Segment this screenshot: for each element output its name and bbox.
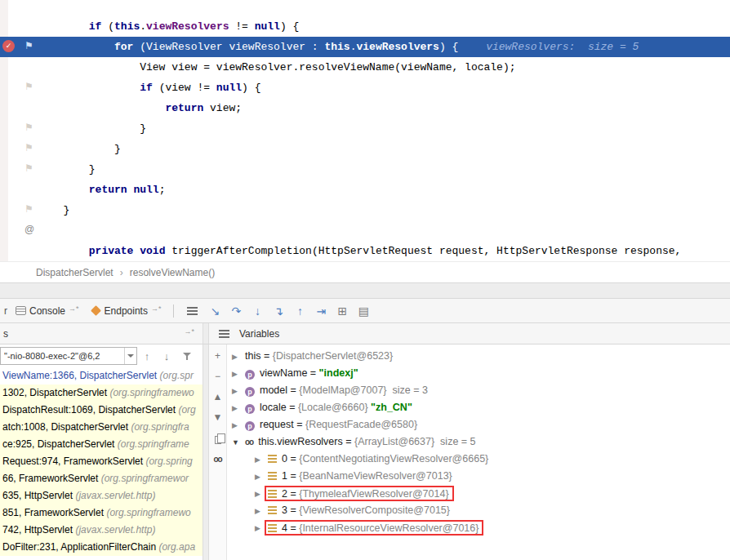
variables-header-label: Variables [239,328,279,340]
frames-panel-header: s →* [0,323,203,344]
breakpoint-icon[interactable]: ✓ [2,40,15,52]
add-watch-icon[interactable]: + [212,351,224,361]
variable-row[interactable]: ▶this = {DispatcherServlet@6523} [227,348,730,365]
previous-frame-icon[interactable]: ↑ [137,350,157,362]
frames-toolbar: "-nio-8080-exec-2"@6,2 ↑↓ [0,344,203,367]
code-line[interactable]: } [0,159,730,180]
code-line[interactable]: return view; [0,98,730,118]
frames-header-pin[interactable]: →* [184,327,194,336]
chevron-down-icon[interactable] [124,348,136,364]
stack-frame-row[interactable]: DispatchResult:1069, DispatcherServlet (… [0,402,203,419]
variable-row[interactable]: ▶4 = {InternalResourceViewResolver@7016} [227,519,730,536]
toolbar-menu-icon[interactable] [187,307,198,315]
move-watch-down-icon[interactable]: ▼ [212,412,224,422]
frames-panel: "-nio-8080-exec-2"@6,2 ↑↓ ViewName:1366,… [0,344,203,560]
variable-row[interactable]: ▼oothis.viewResolvers = {ArrayList@6637}… [227,433,730,451]
layout-settings-icon[interactable]: ▤ [353,300,374,322]
collapse-icon[interactable]: ▼ [232,434,245,451]
expand-icon[interactable]: ▶ [255,469,268,485]
variable-row[interactable]: ▶prequest = {RequestFacade@6580} [227,416,730,433]
run-to-cursor-icon[interactable]: ⇥ [310,300,332,322]
variable-row[interactable]: ▶plocale = {Locale@6660} "zh_CN" [227,399,730,416]
variable-content: prequest = {RequestFacade@6580} [245,419,417,430]
thread-selector[interactable]: "-nio-8080-exec-2"@6,2 [0,347,137,365]
code-line[interactable]: if (this.viewResolvers != null) { [0,16,730,37]
copy-value-icon[interactable] [215,436,221,444]
variable-row[interactable]: ▶1 = {BeanNameViewResolver@7013} [227,468,730,485]
stack-frame-row[interactable]: 66, FrameworkServlet (org.springframewor [0,470,203,487]
code-line[interactable]: } [0,118,730,139]
expand-icon[interactable]: ▶ [255,503,268,519]
expand-icon[interactable]: ▶ [255,451,268,468]
stack-frame-row[interactable]: atch:1008, DispatcherServlet (org.spring… [0,419,203,436]
code-indent [51,102,165,114]
frame-location: 851, FrameworkServlet [2,507,106,518]
move-watch-up-icon[interactable]: ▲ [212,392,224,402]
tab-label: Endpoints [105,305,148,317]
code-line[interactable]: private void triggerAfterCompletion(Http… [0,241,730,261]
expand-icon[interactable]: ▶ [232,400,245,416]
panel-splitter-vertical[interactable] [203,344,209,560]
watch-icon: oo [245,438,253,447]
code-indent [51,82,140,94]
variable-value: {ModelMap@7007} [299,384,386,396]
expand-icon[interactable]: ▶ [232,366,245,382]
equals-sign: = [307,367,318,379]
stack-frame-row[interactable]: DoFilter:231, ApplicationFilterChain (or… [0,539,203,556]
code-line[interactable]: } [0,139,730,159]
code-editor[interactable]: if (this.viewResolvers != null) { for (V… [0,0,730,261]
console-icon [16,306,26,315]
tab-debugger-cropped[interactable]: r [2,305,10,317]
view-as-table-icon[interactable]: ⊞ [332,300,353,322]
next-frame-icon[interactable]: ↓ [157,350,176,362]
stack-frame-row[interactable]: 635, HttpServlet (javax.servlet.http) [0,487,203,504]
stack-frame-row[interactable]: ViewName:1366, DispatcherServlet (org.sp… [0,367,203,384]
variable-row[interactable]: ▶pviewName = "indexj" [227,365,730,382]
toolbar-separator [173,304,174,318]
highlight-box: 4 = {InternalResourceViewResolver@7016} [265,520,483,536]
breadcrumb-item[interactable]: resolveViewName() [130,267,215,278]
variable-value: {InternalResourceViewResolver@7016} [299,522,479,534]
variable-row[interactable]: ▶pmodel = {ModelMap@7007} size = 3 [227,382,730,399]
frame-location: 635, HttpServlet [2,490,75,501]
tab-console[interactable]: Console→* [10,299,85,322]
force-step-into-icon[interactable]: ↴ [268,300,289,322]
stack-frame-row[interactable]: 742, HttpServlet (javax.servlet.http) [0,522,203,539]
code-token: null [216,82,242,94]
code-token: void [140,245,165,257]
remove-watch-icon[interactable]: − [212,371,224,381]
variables-menu-icon[interactable] [219,330,229,338]
code-line[interactable]: View view = viewResolver.resolveViewName… [0,57,730,78]
stack-frame-row[interactable]: Request:974, FrameworkServlet (org.sprin… [0,453,203,470]
expand-icon[interactable]: ▶ [232,417,245,433]
show-watches-icon[interactable]: oo [213,455,221,464]
highlight-box: 2 = {ThymeleafViewResolver@7014} [265,486,454,501]
gutter-flag-icon: ⚑ [24,141,33,154]
execution-line[interactable]: for (ViewResolver viewResolver : this.vi… [0,37,730,57]
code-token: if [140,82,153,94]
code-line[interactable]: return null; [0,180,730,200]
step-into-icon[interactable]: ↓ [247,300,268,322]
variable-row[interactable]: ▶2 = {ThymeleafViewResolver@7014} [227,485,730,502]
tab-endpoints[interactable]: Endpoints→* [85,299,167,322]
hide-library-frames-icon[interactable] [183,352,192,361]
panel-splitter[interactable] [203,323,209,344]
horizontal-splitter[interactable] [0,282,730,299]
code-line[interactable] [0,220,730,241]
expand-icon[interactable]: ▶ [232,349,245,365]
breadcrumb-item[interactable]: DispatcherServlet [36,267,114,278]
variable-row[interactable]: ▶3 = {ViewResolverComposite@7015} [227,502,730,519]
step-out-icon[interactable]: ↑ [289,300,310,322]
show-execution-point-icon[interactable]: ↘ [204,300,225,322]
step-over-icon[interactable]: ↷ [225,300,247,322]
stack-frame-row[interactable]: 851, FrameworkServlet (org.springframewo [0,504,203,522]
stack-frame-row[interactable]: ce:925, DispatcherServlet (org.springfra… [0,436,203,453]
bookmark-icon[interactable]: ⚑ [24,39,33,52]
stack-frame-row[interactable]: 1302, DispatcherServlet (org.springframe… [0,384,203,402]
variable-row[interactable]: ▶0 = {ContentNegotiatingViewResolver@666… [227,451,730,468]
frame-package: (org.apa [158,541,195,553]
expand-icon[interactable]: ▶ [232,383,245,399]
variables-panel: +−▲▼oo ▶this = {DispatcherServlet@6523}▶… [209,344,730,560]
code-line[interactable]: if (view != null) { [0,78,730,98]
code-line[interactable]: } [0,200,730,220]
